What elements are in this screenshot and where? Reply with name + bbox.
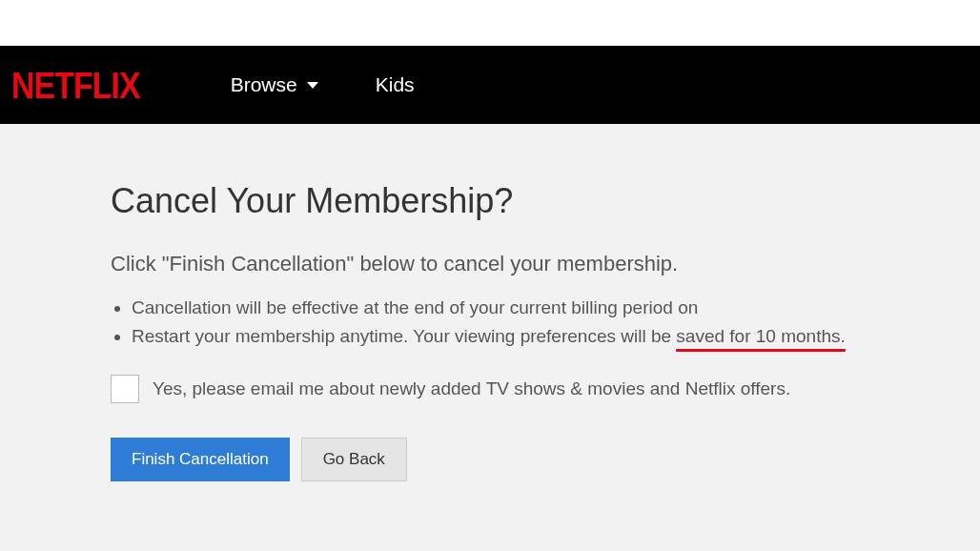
email-opt-in-checkbox[interactable] (111, 375, 139, 403)
nav-browse-label: Browse (231, 73, 297, 96)
nav-kids-label: Kids (376, 73, 415, 96)
page-subtitle: Click "Finish Cancellation" below to can… (111, 252, 980, 276)
action-buttons: Finish Cancellation Go Back (111, 438, 980, 481)
main-content: Cancel Your Membership? Click "Finish Ca… (0, 124, 980, 551)
caret-down-icon (307, 82, 318, 89)
nav-kids[interactable]: Kids (376, 73, 415, 96)
finish-cancellation-button[interactable]: Finish Cancellation (111, 438, 290, 481)
bullet-text-prefix: Restart your membership anytime. Your vi… (132, 326, 676, 346)
netflix-logo: NETFLIX (11, 64, 140, 107)
page-title: Cancel Your Membership? (111, 181, 980, 221)
email-opt-in-row: Yes, please email me about newly added T… (111, 375, 980, 403)
highlighted-text: saved for 10 months. (676, 326, 845, 346)
list-item: Cancellation will be effective at the en… (132, 294, 980, 322)
go-back-button[interactable]: Go Back (301, 438, 407, 481)
header-bar: NETFLIX Browse Kids (0, 46, 980, 124)
info-list: Cancellation will be effective at the en… (111, 294, 980, 352)
list-item: Restart your membership anytime. Your vi… (132, 322, 980, 351)
nav-browse[interactable]: Browse (231, 73, 318, 96)
email-opt-in-label: Yes, please email me about newly added T… (153, 378, 790, 399)
